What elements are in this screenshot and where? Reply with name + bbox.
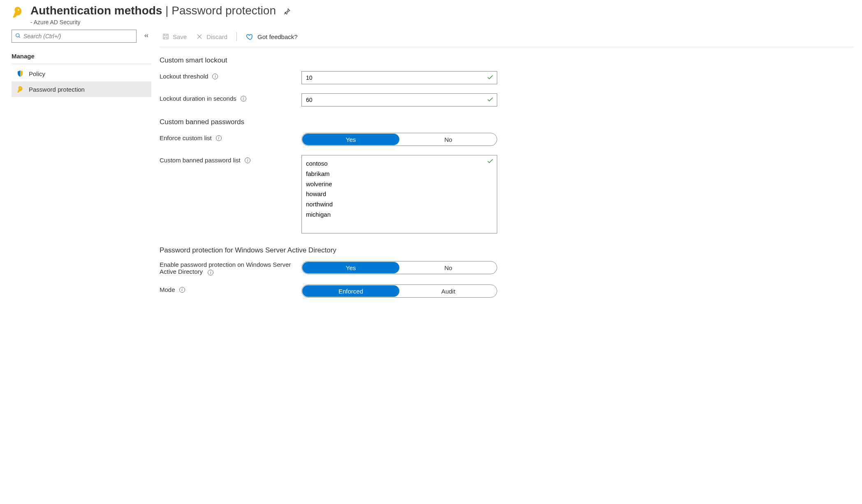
sidebar-item-password-protection[interactable]: Password protection: [12, 81, 151, 97]
sidebar: Manage Policy Password protection: [12, 30, 151, 97]
page-header: Authentication methods | Password protec…: [12, 4, 854, 25]
search-icon: [15, 33, 21, 40]
section-title-banned: Custom banned passwords: [160, 118, 854, 126]
section-title-winserver: Password protection for Windows Server A…: [160, 246, 854, 254]
enable-no-option[interactable]: No: [400, 261, 497, 274]
lockout-duration-input[interactable]: [301, 93, 497, 106]
enable-winserver-label: Enable password protection on Windows Se…: [160, 261, 291, 275]
sidebar-item-label: Password protection: [29, 86, 85, 93]
key-small-icon: [16, 86, 24, 93]
policy-icon: [16, 70, 24, 77]
sidebar-item-policy[interactable]: Policy: [12, 66, 151, 81]
lockout-threshold-input[interactable]: [301, 71, 497, 84]
key-icon: [12, 6, 24, 19]
enable-winserver-toggle[interactable]: Yes No: [301, 261, 497, 274]
info-icon[interactable]: [212, 74, 218, 79]
page-title: Authentication methods: [30, 4, 162, 17]
svg-point-0: [16, 33, 19, 37]
search-box[interactable]: [12, 30, 137, 43]
enforce-list-toggle[interactable]: Yes No: [301, 133, 497, 146]
feedback-label: Got feedback?: [257, 33, 298, 40]
banned-list-label: Custom banned password list: [160, 157, 241, 164]
checkmark-icon: [487, 74, 494, 82]
toolbar-divider: [236, 32, 237, 41]
discard-label: Discard: [206, 33, 227, 40]
mode-toggle[interactable]: Enforced Audit: [301, 284, 497, 298]
mode-audit-option[interactable]: Audit: [400, 285, 497, 297]
banned-list-textarea[interactable]: [301, 155, 497, 234]
sidebar-section-manage: Manage: [12, 50, 151, 64]
svg-line-1: [19, 36, 20, 37]
breadcrumb-subtext: - Azure AD Security: [30, 19, 854, 25]
save-label: Save: [173, 33, 187, 40]
info-icon[interactable]: [216, 135, 222, 141]
info-icon[interactable]: [208, 270, 213, 275]
enforce-yes-option[interactable]: Yes: [302, 134, 399, 145]
enforce-no-option[interactable]: No: [400, 133, 497, 146]
search-input[interactable]: [23, 33, 133, 39]
info-icon[interactable]: [241, 96, 246, 102]
checkmark-icon: [487, 157, 494, 166]
lockout-threshold-label: Lockout threshold: [160, 73, 208, 80]
main-content: Save Discard Got feedback? Custom smart …: [160, 30, 854, 309]
save-button[interactable]: Save: [160, 33, 189, 40]
pin-icon[interactable]: [283, 10, 291, 16]
enable-yes-option[interactable]: Yes: [302, 262, 399, 273]
lockout-duration-label: Lockout duration in seconds: [160, 95, 236, 102]
info-icon[interactable]: [245, 157, 250, 163]
discard-button[interactable]: Discard: [193, 33, 230, 40]
enforce-list-label: Enforce custom list: [160, 134, 212, 141]
toolbar: Save Discard Got feedback?: [160, 30, 854, 47]
page-title-separator: |: [162, 4, 171, 17]
sidebar-item-label: Policy: [29, 70, 45, 77]
svg-rect-2: [163, 34, 168, 39]
feedback-button[interactable]: Got feedback?: [243, 32, 300, 41]
page-subtitle: Password protection: [171, 4, 276, 17]
mode-enforced-option[interactable]: Enforced: [302, 285, 399, 297]
checkmark-icon: [487, 96, 494, 104]
section-title-lockout: Custom smart lockout: [160, 56, 854, 65]
mode-label: Mode: [160, 286, 175, 293]
info-icon[interactable]: [179, 287, 185, 293]
sidebar-collapse-button[interactable]: [141, 31, 151, 42]
